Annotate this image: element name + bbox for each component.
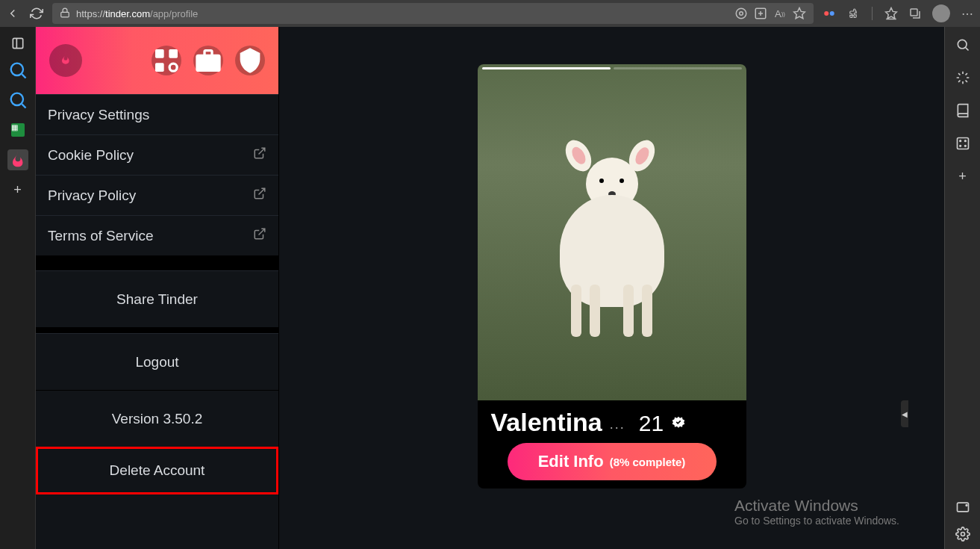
divider xyxy=(872,7,873,20)
explore-icon[interactable] xyxy=(152,46,181,75)
tab-sheets[interactable]: ▦ xyxy=(7,120,28,140)
external-link-icon xyxy=(253,187,266,204)
svg-point-14 xyxy=(10,63,22,75)
lamb-image xyxy=(545,135,679,329)
book-icon[interactable] xyxy=(955,103,970,118)
svg-point-31 xyxy=(964,146,966,147)
menu-label: Delete Account xyxy=(110,462,205,479)
svg-rect-0 xyxy=(61,12,69,16)
edit-complete-label: (8% complete) xyxy=(610,456,686,468)
profile-name: Valentina xyxy=(491,408,602,437)
settings-sidebar: Privacy Settings Cookie Policy Privacy P… xyxy=(36,27,279,549)
edit-label: Edit Info xyxy=(538,452,604,471)
tab-search-2[interactable] xyxy=(7,90,28,111)
svg-point-30 xyxy=(959,146,961,147)
svg-point-33 xyxy=(966,505,967,506)
photo-progress-bar xyxy=(482,67,742,69)
verified-badge-icon xyxy=(671,415,686,430)
svg-point-1 xyxy=(736,8,746,19)
profile-card: Valentina ... 21 Edit Info (8% complete) xyxy=(478,64,746,488)
tab-actions-icon[interactable] xyxy=(10,36,25,51)
svg-line-24 xyxy=(259,229,265,235)
sparkle-icon[interactable] xyxy=(955,70,970,85)
svg-rect-12 xyxy=(13,38,22,48)
svg-marker-9 xyxy=(886,8,897,19)
svg-point-7 xyxy=(824,11,828,16)
svg-point-2 xyxy=(740,12,743,16)
profile-photo[interactable] xyxy=(478,64,746,400)
svg-rect-18 xyxy=(155,49,164,58)
progress-segment[interactable] xyxy=(482,67,611,69)
vertical-tab-strip: ▦ + xyxy=(0,27,36,549)
svg-point-25 xyxy=(958,40,967,49)
settings-icon[interactable] xyxy=(955,527,970,542)
side-panel-toggle[interactable]: ◀ xyxy=(901,400,908,427)
menu-label: Privacy Settings xyxy=(48,107,149,123)
location-icon[interactable] xyxy=(734,7,748,20)
search-icon[interactable] xyxy=(955,37,970,52)
performance-icon[interactable] xyxy=(955,500,970,515)
favorites-bar-icon[interactable] xyxy=(884,7,898,20)
new-tab-button[interactable]: + xyxy=(7,179,28,200)
svg-line-17 xyxy=(22,104,25,108)
svg-rect-11 xyxy=(911,9,917,16)
svg-line-26 xyxy=(965,48,968,51)
edit-info-button[interactable]: Edit Info (8% complete) xyxy=(508,443,717,480)
tab-tinder[interactable] xyxy=(7,149,28,170)
menu-label: Logout xyxy=(135,354,178,370)
svg-rect-27 xyxy=(957,138,968,149)
read-aloud-icon[interactable]: A)) xyxy=(773,7,787,20)
menu-terms-of-service[interactable]: Terms of Service xyxy=(36,215,278,255)
svg-line-22 xyxy=(259,148,265,154)
edge-sidebar: + xyxy=(944,27,980,549)
profile-name-ellipsis: ... xyxy=(610,417,625,432)
svg-point-28 xyxy=(959,140,961,142)
url-text: https://tinder.com/app/profile xyxy=(76,8,728,19)
menu-label: Cookie Policy xyxy=(48,147,134,164)
activate-windows-watermark: Activate Windows Go to Settings to activ… xyxy=(734,497,899,527)
favorite-icon[interactable] xyxy=(793,7,806,20)
flame-icon xyxy=(58,52,73,70)
plus-icon[interactable]: + xyxy=(955,169,970,184)
svg-line-15 xyxy=(22,74,25,78)
external-link-icon xyxy=(253,227,266,244)
external-link-icon xyxy=(253,146,266,164)
menu-label: Privacy Policy xyxy=(48,187,136,204)
menu-share-tinder[interactable]: Share Tinder xyxy=(36,270,278,327)
svg-rect-20 xyxy=(155,63,164,72)
profile-avatar-icon[interactable] xyxy=(932,4,950,22)
svg-point-34 xyxy=(961,533,964,536)
menu-label: Share Tinder xyxy=(116,291,198,308)
refresh-button[interactable] xyxy=(30,7,43,20)
collections-icon[interactable] xyxy=(908,7,922,20)
back-button[interactable] xyxy=(6,7,19,20)
svg-point-29 xyxy=(964,140,966,142)
profile-info: Valentina ... 21 Edit Info (8% complete) xyxy=(478,400,746,488)
lock-icon xyxy=(60,7,70,20)
svg-marker-6 xyxy=(794,8,805,19)
tab-search-1[interactable] xyxy=(7,60,28,81)
grid-icon[interactable] xyxy=(955,136,970,151)
main-content: Valentina ... 21 Edit Info (8% complete) xyxy=(279,27,944,549)
svg-line-23 xyxy=(259,188,265,194)
more-menu-icon[interactable]: ⋯ xyxy=(961,7,974,20)
app-install-icon[interactable] xyxy=(754,7,767,20)
version-label: Version 3.50.2 xyxy=(36,390,278,447)
tinder-logo[interactable] xyxy=(49,44,82,77)
menu-delete-account[interactable]: Delete Account xyxy=(36,447,278,494)
address-bar[interactable]: https://tinder.com/app/profile A)) xyxy=(52,3,814,24)
menu-cookie-policy[interactable]: Cookie Policy xyxy=(36,134,278,175)
progress-segment[interactable] xyxy=(614,67,742,69)
svg-rect-19 xyxy=(169,49,178,58)
profile-age: 21 xyxy=(639,411,664,436)
svg-point-16 xyxy=(10,93,22,105)
extensions-icon[interactable] xyxy=(846,7,860,20)
svg-point-8 xyxy=(830,11,834,16)
shield-icon[interactable] xyxy=(235,46,265,75)
extension-glasses-icon[interactable] xyxy=(823,7,836,20)
menu-label: Terms of Service xyxy=(48,228,153,244)
menu-privacy-settings[interactable]: Privacy Settings xyxy=(36,94,278,134)
menu-logout[interactable]: Logout xyxy=(36,333,278,390)
briefcase-icon[interactable] xyxy=(193,46,223,75)
menu-privacy-policy[interactable]: Privacy Policy xyxy=(36,175,278,215)
